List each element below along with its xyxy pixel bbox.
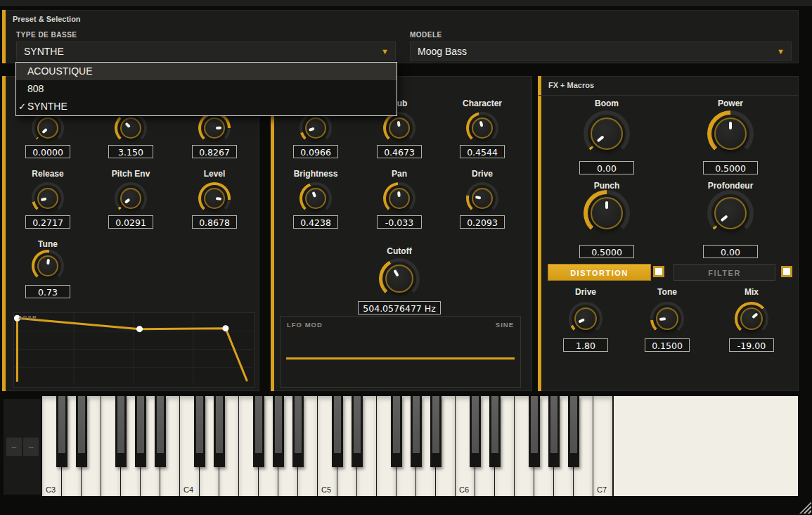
- cutoff-value-box[interactable]: 504.0576477 Hz: [358, 301, 441, 314]
- black-key[interactable]: [568, 396, 579, 467]
- distortion-checkbox[interactable]: [653, 266, 664, 277]
- knob-pointer: [605, 201, 608, 209]
- tone-knob-label: Tone: [618, 287, 716, 297]
- boom-knob-label: Boom: [558, 98, 656, 108]
- black-key[interactable]: [489, 396, 501, 467]
- knob-value-box[interactable]: 0.0966: [293, 145, 338, 158]
- black-key[interactable]: [548, 396, 560, 467]
- sound-panel: LFO MOD SINE 0.0966Sub0.4673Character0.4…: [271, 76, 532, 391]
- black-key[interactable]: [529, 396, 540, 467]
- black-key[interactable]: [214, 396, 225, 467]
- black-key[interactable]: [470, 396, 481, 467]
- drive-knob-label: Drive: [433, 169, 531, 179]
- sub-value-box[interactable]: 0.4673: [377, 145, 422, 158]
- knob-body: [204, 117, 225, 139]
- character-value-box[interactable]: 0.4544: [460, 145, 505, 158]
- dropdown-item-synthe[interactable]: ✓SYNTHE: [16, 98, 397, 115]
- knob-body: [37, 255, 58, 276]
- punch-knob-label: Punch: [558, 181, 656, 191]
- dropdown-item-acoustique[interactable]: ACOUSTIQUE: [16, 63, 397, 80]
- black-key[interactable]: [194, 396, 205, 467]
- release-value-box[interactable]: 0.2717: [25, 215, 70, 229]
- power-value-box[interactable]: 0.5000: [703, 161, 758, 174]
- fx-panel-header: FX + Macros: [539, 77, 798, 96]
- lfo-waveform-line: [286, 357, 515, 360]
- dropdown-item-label: 808: [27, 83, 44, 94]
- black-key[interactable]: [292, 396, 304, 467]
- knob-body: [37, 188, 58, 209]
- pan-value-box[interactable]: -0.033: [377, 215, 422, 229]
- knob-body: [591, 117, 623, 150]
- window-top-band: [0, 0, 812, 7]
- knob-body: [305, 188, 326, 209]
- profondeur-knob-label: Profondeur: [681, 181, 780, 191]
- punch-value-box[interactable]: 0.5000: [579, 245, 634, 258]
- keyboard-side-panel: ......: [4, 399, 41, 495]
- knob-pointer: [659, 318, 666, 321]
- keyboard-option-button[interactable]: ...: [6, 438, 22, 456]
- chevron-down-icon: ▼: [777, 42, 785, 61]
- knob-pointer: [311, 191, 316, 198]
- tone-value-box[interactable]: 0.1500: [645, 338, 690, 352]
- knob-pointer: [393, 269, 399, 276]
- knob-value-box[interactable]: 3.150: [108, 145, 153, 158]
- oscillator-panel: ADSR 0.00003.1500.8267Release0.2717Pitch…: [2, 76, 259, 391]
- lfo-mod-display[interactable]: LFO MOD SINE: [280, 316, 521, 388]
- brightness-value-box[interactable]: 0.4238: [293, 215, 338, 229]
- black-key[interactable]: [352, 396, 363, 467]
- black-key[interactable]: [332, 396, 343, 467]
- black-key[interactable]: [155, 396, 166, 467]
- knob-pointer: [42, 128, 48, 134]
- knob-body: [385, 265, 413, 293]
- type-de-basse-combobox[interactable]: SYNTHE ▼: [16, 42, 396, 61]
- black-key[interactable]: [253, 396, 264, 467]
- filter-button[interactable]: FILTER: [674, 264, 775, 281]
- knob-body: [204, 188, 225, 209]
- accent-bar: [2, 76, 6, 391]
- mix-value-box[interactable]: -19.00: [729, 338, 774, 352]
- drive-value-box[interactable]: 0.2093: [460, 215, 505, 229]
- level-value-box[interactable]: 0.8678: [192, 215, 237, 229]
- knob-pointer: [124, 122, 130, 128]
- filter-checkbox[interactable]: [781, 266, 792, 277]
- adsr-title: ADSR: [18, 314, 37, 321]
- adsr-envelope-curve: [14, 313, 253, 386]
- knob-value-box[interactable]: 0.8267: [192, 145, 237, 158]
- knob-pointer: [46, 259, 49, 265]
- knob-body: [37, 117, 58, 139]
- black-key[interactable]: [115, 396, 127, 467]
- black-key[interactable]: [56, 396, 67, 467]
- knob-value-box[interactable]: 0.0000: [25, 145, 70, 158]
- knob-body: [120, 188, 141, 209]
- black-key[interactable]: [135, 396, 146, 467]
- knob-pointer: [721, 215, 728, 222]
- dropdown-item-808[interactable]: 808: [16, 80, 397, 98]
- knob-pointer: [729, 122, 732, 129]
- tune-value-box[interactable]: 0.73: [25, 285, 70, 298]
- chevron-down-icon: ▼: [381, 42, 389, 61]
- adsr-envelope-display[interactable]: ADSR: [13, 312, 255, 388]
- octave-label: C4: [183, 485, 193, 494]
- distortion-button[interactable]: DISTORTION: [548, 264, 651, 281]
- level-knob-label: Level: [165, 169, 264, 179]
- keyboard-option-button[interactable]: ...: [23, 438, 39, 456]
- profondeur-value-box[interactable]: 0.00: [703, 245, 758, 258]
- black-key[interactable]: [411, 396, 422, 467]
- black-key[interactable]: [430, 396, 442, 467]
- boom-value-box[interactable]: 0.00: [579, 161, 634, 174]
- modele-value: Moog Bass: [418, 46, 467, 57]
- knob-body: [714, 117, 747, 150]
- black-key[interactable]: [273, 396, 284, 467]
- modele-combobox[interactable]: Moog Bass ▼: [410, 42, 792, 61]
- knob-pointer: [397, 121, 401, 127]
- black-key[interactable]: [391, 396, 402, 467]
- dropdown-item-label: ACOUSTIQUE: [27, 65, 93, 77]
- resize-grip[interactable]: [799, 502, 811, 514]
- fx-panel-title: FX + Macros: [548, 81, 594, 89]
- pitch-env-value-box[interactable]: 0.0291: [108, 215, 153, 229]
- knob-body: [472, 117, 493, 139]
- keyboard-filler-panel: [613, 396, 798, 496]
- white-key[interactable]: C7: [593, 396, 613, 496]
- black-key[interactable]: [76, 396, 87, 467]
- drive-value-box[interactable]: 1.80: [563, 338, 608, 352]
